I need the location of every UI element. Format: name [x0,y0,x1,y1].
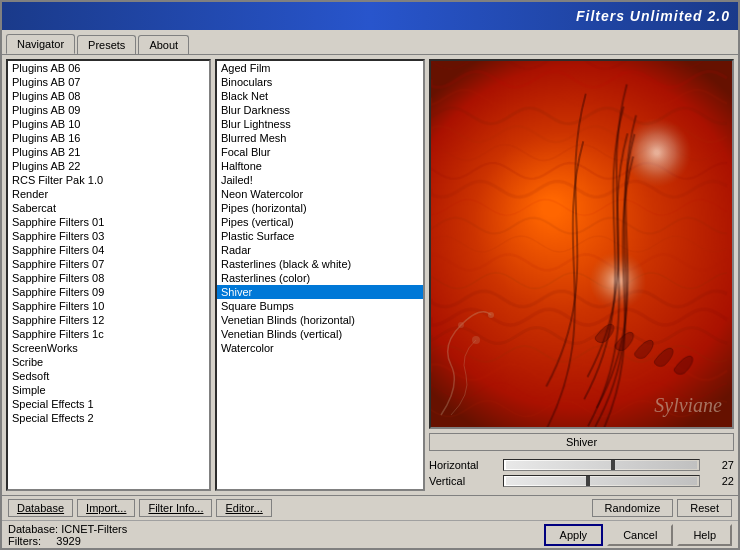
database-value: ICNET-Filters [61,523,127,535]
slider-row-horizontal: Horizontal 27 [429,459,734,471]
filter-item[interactable]: Pipes (vertical) [217,215,423,229]
apply-button[interactable]: Apply [544,524,604,546]
middle-row: Aged FilmBinocularsBlack NetBlur Darknes… [215,59,734,491]
slider-vertical[interactable] [503,475,700,487]
filter-item[interactable]: Rasterlines (color) [217,271,423,285]
list-item[interactable]: Special Effects 2 [8,411,209,425]
filter-item[interactable]: Square Bumps [217,299,423,313]
list-item[interactable]: Special Effects 1 [8,397,209,411]
randomize-button[interactable]: Randomize [592,499,674,517]
list-item[interactable]: Plugins AB 06 [8,61,209,75]
filter-item[interactable]: Pipes (horizontal) [217,201,423,215]
slider-value-horizontal: 27 [704,459,734,471]
right-section: Aged FilmBinocularsBlack NetBlur Darknes… [215,59,734,491]
reset-button[interactable]: Reset [677,499,732,517]
list-item[interactable]: ScreenWorks [8,341,209,355]
plugin-list[interactable]: Plugins AB 06Plugins AB 07Plugins AB 08P… [6,59,211,491]
list-item[interactable]: Plugins AB 09 [8,103,209,117]
preview-controls: Sylviane Shiv [429,59,734,491]
main-window: Filters Unlimited 2.0 Navigator Presets … [0,0,740,550]
effect-name-bar: Shiver [429,433,734,451]
filter-item[interactable]: Aged Film [217,61,423,75]
list-item[interactable]: Sapphire Filters 1c [8,327,209,341]
database-button[interactable]: Database [8,499,73,517]
list-item[interactable]: Sapphire Filters 10 [8,299,209,313]
filter-item[interactable]: Venetian Blinds (horizontal) [217,313,423,327]
list-item[interactable]: Sapphire Filters 09 [8,285,209,299]
filter-info-button[interactable]: Filter Info... [139,499,212,517]
slider-horizontal[interactable] [503,459,700,471]
list-item[interactable]: Sapphire Filters 04 [8,243,209,257]
list-item[interactable]: Plugins AB 08 [8,89,209,103]
preview-image: Sylviane [429,59,734,429]
tab-presets[interactable]: Presets [77,35,136,54]
filter-list[interactable]: Aged FilmBinocularsBlack NetBlur Darknes… [215,59,425,491]
filter-item[interactable]: Focal Blur [217,145,423,159]
help-button[interactable]: Help [677,524,732,546]
status-bar: Database: ICNET-Filters Filters: 3929 Ap… [2,520,738,548]
preview-canvas [431,61,732,427]
status-info: Database: ICNET-Filters Filters: 3929 [8,523,540,547]
slider-value-vertical: 22 [704,475,734,487]
tabs-bar: Navigator Presets About [2,30,738,55]
slider-label-vertical: Vertical [429,475,499,487]
list-item[interactable]: Sapphire Filters 07 [8,257,209,271]
slider-label-horizontal: Horizontal [429,459,499,471]
tab-navigator[interactable]: Navigator [6,34,75,54]
filter-item[interactable]: Radar [217,243,423,257]
list-item[interactable]: Sapphire Filters 01 [8,215,209,229]
window-title: Filters Unlimited 2.0 [576,8,730,24]
filter-item[interactable]: Shiver [217,285,423,299]
list-item[interactable]: RCS Filter Pak 1.0 [8,173,209,187]
filter-item[interactable]: Jailed! [217,173,423,187]
filter-item[interactable]: Black Net [217,89,423,103]
list-item[interactable]: Plugins AB 07 [8,75,209,89]
filter-item[interactable]: Halftone [217,159,423,173]
list-item[interactable]: Plugins AB 22 [8,159,209,173]
filter-item[interactable]: Watercolor [217,341,423,355]
list-item[interactable]: Plugins AB 21 [8,145,209,159]
filter-item[interactable]: Blur Lightness [217,117,423,131]
list-item[interactable]: Plugins AB 16 [8,131,209,145]
list-item[interactable]: Sapphire Filters 12 [8,313,209,327]
list-item[interactable]: Simple [8,383,209,397]
list-item[interactable]: Sabercat [8,201,209,215]
slider-row-vertical: Vertical 22 [429,475,734,487]
effect-name: Shiver [566,436,597,448]
tab-about[interactable]: About [138,35,189,54]
filter-item[interactable]: Binoculars [217,75,423,89]
filter-item[interactable]: Plastic Surface [217,229,423,243]
list-item[interactable]: Scribe [8,355,209,369]
database-label: Database: [8,523,58,535]
editor-button[interactable]: Editor... [216,499,271,517]
list-item[interactable]: Render [8,187,209,201]
filter-item[interactable]: Venetian Blinds (vertical) [217,327,423,341]
filter-item[interactable]: Neon Watercolor [217,187,423,201]
filter-item[interactable]: Rasterlines (black & white) [217,257,423,271]
filters-label: Filters: [8,535,41,547]
bottom-toolbar: Database Import... Filter Info... Editor… [2,495,738,520]
filter-item[interactable]: Blurred Mesh [217,131,423,145]
list-item[interactable]: Sapphire Filters 03 [8,229,209,243]
cancel-button[interactable]: Cancel [607,524,673,546]
import-button[interactable]: Import... [77,499,135,517]
list-item[interactable]: Sedsoft [8,369,209,383]
list-item[interactable]: Plugins AB 10 [8,117,209,131]
left-panel: Plugins AB 06Plugins AB 07Plugins AB 08P… [6,59,211,491]
filter-item[interactable]: Blur Darkness [217,103,423,117]
title-bar: Filters Unlimited 2.0 [2,2,738,30]
list-item[interactable]: Sapphire Filters 08 [8,271,209,285]
main-content: Plugins AB 06Plugins AB 07Plugins AB 08P… [2,55,738,495]
filters-value: 3929 [56,535,80,547]
sliders-area: Horizontal 27 Vertical [429,455,734,491]
